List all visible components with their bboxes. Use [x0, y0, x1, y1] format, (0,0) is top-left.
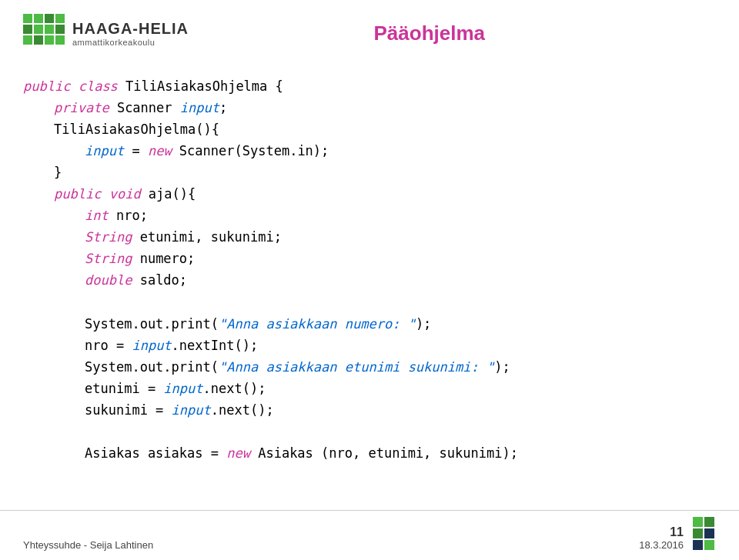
code-line-blank1 — [23, 291, 716, 312]
code-line-1: public class TiliAsiakasOhjelma { — [23, 75, 716, 97]
svg-rect-8 — [23, 35, 32, 45]
logo-name: HAAGA-HELIA — [72, 20, 189, 38]
svg-rect-15 — [704, 528, 714, 538]
logo-area: HAAGA-HELIA ammattikorkeakoulu — [23, 14, 189, 52]
svg-rect-14 — [693, 528, 703, 538]
svg-rect-9 — [34, 35, 43, 45]
logo-icon — [23, 14, 65, 52]
svg-rect-3 — [55, 14, 65, 23]
footer-date: 18.3.2016 — [639, 539, 684, 551]
logo-sub: ammattikorkeakoulu — [72, 38, 189, 47]
logo-text: HAAGA-HELIA ammattikorkeakoulu — [72, 20, 189, 47]
footer: Yhteyssuhde - Seija Lahtinen 11 18.3.201… — [0, 510, 739, 560]
code-block: public class TiliAsiakasOhjelma { privat… — [23, 75, 716, 464]
code-line-3: TiliAsiakasOhjelma(){ — [54, 118, 716, 140]
svg-rect-12 — [693, 517, 703, 527]
code-line-10: double saldo; — [85, 269, 716, 291]
main-content: public class TiliAsiakasOhjelma { privat… — [0, 60, 739, 472]
svg-rect-17 — [704, 540, 714, 550]
svg-rect-10 — [45, 35, 54, 45]
code-line-4: input = new Scanner(System.in); — [85, 140, 716, 162]
code-line-8: String etunimi, sukunimi; — [85, 226, 716, 248]
svg-rect-2 — [45, 14, 54, 23]
footer-author: Yhteyssuhde - Seija Lahtinen — [23, 539, 153, 551]
code-line-12: System.out.print("Anna asiakkaan numero:… — [85, 313, 716, 335]
code-line-14: System.out.print("Anna asiakkaan etunimi… — [85, 356, 716, 378]
code-line-5: } — [54, 162, 716, 183]
code-line-7: int nro; — [85, 205, 716, 226]
code-line-9: String numero; — [85, 248, 716, 269]
footer-squares-icon — [693, 517, 716, 551]
code-line-15: etunimi = input.next(); — [85, 378, 716, 399]
svg-rect-5 — [34, 25, 43, 34]
page-title: Pääohjelma — [373, 22, 485, 45]
svg-rect-16 — [693, 540, 703, 550]
code-line-16: sukunimi = input.next(); — [85, 399, 716, 421]
code-line-2: private Scanner input; — [54, 97, 716, 118]
svg-rect-0 — [23, 14, 32, 23]
footer-page-number: 11 — [639, 525, 684, 539]
svg-rect-1 — [34, 14, 43, 23]
code-line-13: nro = input.nextInt(); — [85, 335, 716, 356]
svg-rect-13 — [704, 517, 714, 527]
code-line-18: Asiakas asiakas = new Asiakas (nro, etun… — [85, 442, 716, 464]
svg-rect-11 — [55, 35, 65, 45]
code-line-blank2 — [23, 421, 716, 442]
footer-right: 11 18.3.2016 — [639, 517, 716, 551]
svg-rect-6 — [45, 25, 54, 34]
header: HAAGA-HELIA ammattikorkeakoulu Pääohjelm… — [0, 0, 739, 60]
svg-rect-4 — [23, 25, 32, 34]
svg-rect-7 — [55, 25, 65, 34]
code-line-6: public void aja(){ — [54, 183, 716, 205]
